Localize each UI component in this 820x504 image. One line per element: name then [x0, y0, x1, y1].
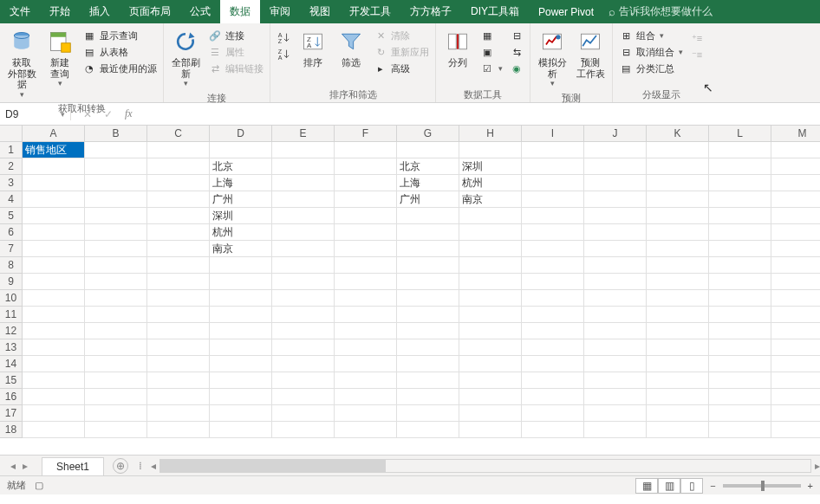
- tab-powerpivot[interactable]: Power Pivot: [529, 0, 603, 23]
- flash-fill-button[interactable]: ▦: [478, 28, 504, 43]
- cell-E5[interactable]: [272, 208, 335, 224]
- cell-B13[interactable]: [85, 339, 147, 356]
- cell-B6[interactable]: [85, 224, 147, 241]
- cell-L1[interactable]: [709, 142, 771, 158]
- cell-E1[interactable]: [272, 142, 335, 158]
- show-detail-button[interactable]: ⁺≡: [688, 30, 706, 46]
- zoom-out-button[interactable]: −: [710, 481, 715, 491]
- select-all-corner[interactable]: [0, 126, 23, 142]
- cell-F11[interactable]: [335, 307, 397, 323]
- cell-C18[interactable]: [147, 422, 210, 438]
- cell-I1[interactable]: [522, 142, 584, 158]
- cell-B7[interactable]: [85, 241, 147, 257]
- cell-A3[interactable]: [23, 175, 85, 191]
- hscroll-thumb[interactable]: [160, 460, 386, 472]
- cell-J1[interactable]: [584, 142, 647, 158]
- tab-dev[interactable]: 开发工具: [340, 0, 400, 23]
- cell-J8[interactable]: [584, 257, 647, 274]
- zoom-in-button[interactable]: +: [808, 481, 813, 491]
- cell-A15[interactable]: [23, 372, 85, 389]
- cell-K18[interactable]: [647, 422, 709, 438]
- tab-home[interactable]: 开始: [40, 0, 80, 23]
- cell-F5[interactable]: [335, 208, 397, 224]
- cell-G5[interactable]: [397, 208, 459, 224]
- cell-M12[interactable]: [771, 323, 820, 339]
- cell-G9[interactable]: [397, 274, 459, 290]
- cell-B11[interactable]: [85, 307, 147, 323]
- cell-B3[interactable]: [85, 175, 147, 191]
- new-query-button[interactable]: 新建 查询▾: [42, 25, 78, 101]
- cell-K3[interactable]: [647, 175, 709, 191]
- cell-B2[interactable]: [85, 158, 147, 175]
- cell-C16[interactable]: [147, 389, 210, 405]
- cell-F9[interactable]: [335, 274, 397, 290]
- row-header-6[interactable]: 6: [0, 224, 23, 241]
- tell-me-search[interactable]: ⌕ 告诉我你想要做什么: [608, 0, 713, 23]
- cell-A4[interactable]: [23, 191, 85, 208]
- clear-filter-button[interactable]: ✕清除: [372, 28, 431, 43]
- cell-A5[interactable]: [23, 208, 85, 224]
- cell-L12[interactable]: [709, 323, 771, 339]
- cell-E11[interactable]: [272, 307, 335, 323]
- cell-C9[interactable]: [147, 274, 210, 290]
- cell-M13[interactable]: [771, 339, 820, 356]
- cell-I16[interactable]: [522, 389, 584, 405]
- cell-I4[interactable]: [522, 191, 584, 208]
- data-validation-button[interactable]: ☑▾: [478, 61, 504, 76]
- cell-D17[interactable]: [210, 405, 272, 422]
- horizontal-scrollbar[interactable]: ◂ ▸: [159, 459, 811, 473]
- cell-D10[interactable]: [210, 290, 272, 307]
- forecast-sheet-button[interactable]: 预测 工作表: [572, 25, 608, 91]
- row-header-16[interactable]: 16: [0, 389, 23, 405]
- sort-button[interactable]: ZA 排序: [295, 25, 331, 79]
- cell-D4[interactable]: 广州: [210, 191, 272, 208]
- view-page-break-button[interactable]: ▯: [680, 478, 703, 494]
- cell-G14[interactable]: [397, 356, 459, 372]
- cell-B5[interactable]: [85, 208, 147, 224]
- cell-I13[interactable]: [522, 339, 584, 356]
- cell-C4[interactable]: [147, 191, 210, 208]
- cell-M17[interactable]: [771, 405, 820, 422]
- cell-M18[interactable]: [771, 422, 820, 438]
- sort-asc-button[interactable]: AZ: [275, 30, 292, 46]
- cell-D7[interactable]: 南京: [210, 241, 272, 257]
- sort-desc-button[interactable]: ZA: [275, 47, 292, 62]
- col-header-D[interactable]: D: [210, 126, 272, 142]
- cell-D15[interactable]: [210, 372, 272, 389]
- col-header-G[interactable]: G: [397, 126, 459, 142]
- cell-I15[interactable]: [522, 372, 584, 389]
- cell-G10[interactable]: [397, 290, 459, 307]
- cell-J3[interactable]: [584, 175, 647, 191]
- cell-C14[interactable]: [147, 356, 210, 372]
- cell-E13[interactable]: [272, 339, 335, 356]
- zoom-slider[interactable]: [723, 484, 801, 488]
- cell-B4[interactable]: [85, 191, 147, 208]
- cell-B8[interactable]: [85, 257, 147, 274]
- tab-view[interactable]: 视图: [300, 0, 340, 23]
- cell-L14[interactable]: [709, 356, 771, 372]
- cell-F14[interactable]: [335, 356, 397, 372]
- cell-B14[interactable]: [85, 356, 147, 372]
- row-header-2[interactable]: 2: [0, 158, 23, 175]
- cell-C15[interactable]: [147, 372, 210, 389]
- cell-J16[interactable]: [584, 389, 647, 405]
- cell-H9[interactable]: [459, 274, 522, 290]
- cell-L10[interactable]: [709, 290, 771, 307]
- view-page-layout-button[interactable]: ▥: [658, 478, 680, 494]
- cell-G11[interactable]: [397, 307, 459, 323]
- cell-H8[interactable]: [459, 257, 522, 274]
- cell-E17[interactable]: [272, 405, 335, 422]
- consolidate-button[interactable]: ⊟: [508, 28, 525, 43]
- cell-G12[interactable]: [397, 323, 459, 339]
- fx-icon[interactable]: fx: [125, 107, 133, 120]
- cell-M1[interactable]: [771, 142, 820, 158]
- cell-L9[interactable]: [709, 274, 771, 290]
- cell-D2[interactable]: 北京: [210, 158, 272, 175]
- cell-C10[interactable]: [147, 290, 210, 307]
- cell-H7[interactable]: [459, 241, 522, 257]
- cell-L13[interactable]: [709, 339, 771, 356]
- cells-area[interactable]: 销售地区北京北京深圳上海上海杭州广州广州南京深圳杭州南京: [23, 142, 820, 438]
- cell-J14[interactable]: [584, 356, 647, 372]
- name-box[interactable]: D9 ▾: [0, 108, 71, 120]
- cell-L17[interactable]: [709, 405, 771, 422]
